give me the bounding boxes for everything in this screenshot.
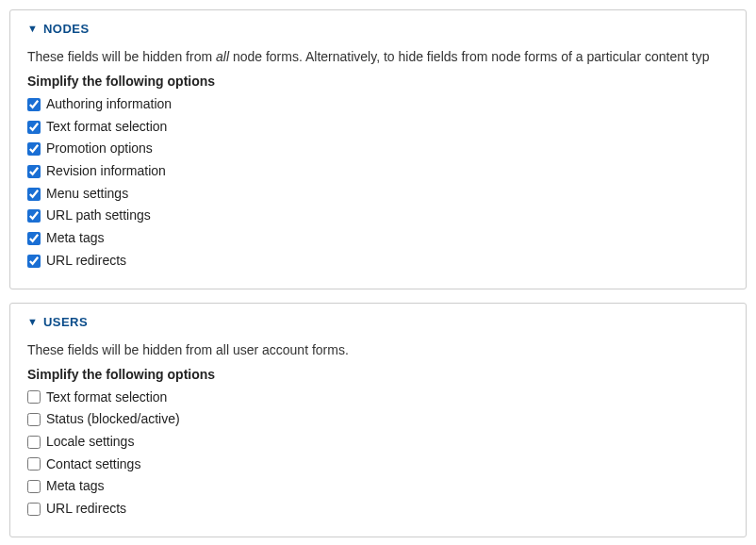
fieldset-nodes: ▼ NODES These fields will be hidden from…: [9, 9, 747, 289]
option-row: URL redirects: [27, 251, 729, 272]
option-label[interactable]: URL path settings: [46, 206, 151, 226]
option-row: Meta tags: [27, 476, 729, 497]
nodes-desc-pre: These fields will be hidden from: [27, 49, 216, 64]
fieldset-users-title: USERS: [43, 315, 88, 329]
nodes-desc-post: node forms. Alternatively, to hide field…: [229, 49, 709, 64]
option-label[interactable]: Contact settings: [46, 454, 140, 475]
checkbox-locale-settings[interactable]: [27, 436, 41, 449]
option-label[interactable]: Locale settings: [46, 432, 134, 453]
checkbox-meta-tags[interactable]: [27, 480, 41, 493]
option-row: Status (blocked/active): [27, 409, 729, 430]
users-description: These fields will be hidden from all use…: [27, 342, 729, 357]
fieldset-nodes-header[interactable]: ▼ NODES: [10, 10, 746, 41]
checkbox-authoring-information[interactable]: [27, 98, 41, 111]
disclosure-triangle-icon: ▼: [27, 24, 38, 34]
nodes-description: These fields will be hidden from all nod…: [27, 49, 729, 64]
fieldset-users: ▼ USERS These fields will be hidden from…: [9, 303, 747, 537]
option-label[interactable]: Revision information: [46, 161, 166, 182]
fieldset-nodes-title: NODES: [43, 22, 90, 36]
fieldset-users-body: These fields will be hidden from all use…: [10, 342, 746, 537]
option-label[interactable]: Authoring information: [46, 94, 172, 115]
fieldset-nodes-legend: ▼ NODES: [27, 22, 90, 36]
option-row: URL path settings: [27, 206, 729, 226]
fieldset-nodes-body: These fields will be hidden from all nod…: [10, 49, 746, 289]
fieldset-users-header[interactable]: ▼ USERS: [10, 304, 746, 335]
option-row: Text format selection: [27, 388, 729, 408]
option-row: Text format selection: [27, 117, 729, 138]
option-row: Locale settings: [27, 432, 729, 453]
checkbox-text-format-selection[interactable]: [27, 390, 41, 404]
option-label[interactable]: Menu settings: [46, 184, 128, 205]
option-row: URL redirects: [27, 499, 729, 520]
checkbox-url-redirects[interactable]: [27, 255, 41, 268]
disclosure-triangle-icon: ▼: [27, 317, 38, 327]
checkbox-revision-information[interactable]: [27, 165, 41, 178]
users-options-list: Text format selectionStatus (blocked/act…: [27, 388, 729, 520]
checkbox-status-blocked-active[interactable]: [27, 413, 41, 426]
checkbox-contact-settings[interactable]: [27, 457, 41, 471]
option-label[interactable]: Meta tags: [46, 476, 104, 497]
option-row: Revision information: [27, 161, 729, 182]
option-label[interactable]: URL redirects: [46, 499, 126, 520]
checkbox-url-path-settings[interactable]: [27, 209, 41, 223]
option-label[interactable]: Meta tags: [46, 228, 104, 249]
option-label[interactable]: Text format selection: [46, 117, 167, 138]
checkbox-text-format-selection[interactable]: [27, 121, 41, 134]
checkbox-menu-settings[interactable]: [27, 188, 41, 201]
users-subhead: Simplify the following options: [27, 367, 729, 382]
nodes-options-list: Authoring informationText format selecti…: [27, 94, 729, 272]
option-label[interactable]: Promotion options: [46, 139, 153, 159]
option-label[interactable]: Status (blocked/active): [46, 409, 180, 430]
fieldset-users-legend: ▼ USERS: [27, 315, 88, 329]
option-label[interactable]: URL redirects: [46, 251, 126, 272]
checkbox-url-redirects[interactable]: [27, 503, 41, 516]
option-row: Menu settings: [27, 184, 729, 205]
option-label[interactable]: Text format selection: [46, 388, 167, 408]
option-row: Authoring information: [27, 94, 729, 115]
nodes-desc-emphasis: all: [216, 49, 229, 64]
nodes-subhead: Simplify the following options: [27, 74, 729, 89]
option-row: Meta tags: [27, 228, 729, 249]
option-row: Promotion options: [27, 139, 729, 159]
option-row: Contact settings: [27, 454, 729, 475]
checkbox-promotion-options[interactable]: [27, 142, 41, 156]
checkbox-meta-tags[interactable]: [27, 232, 41, 245]
